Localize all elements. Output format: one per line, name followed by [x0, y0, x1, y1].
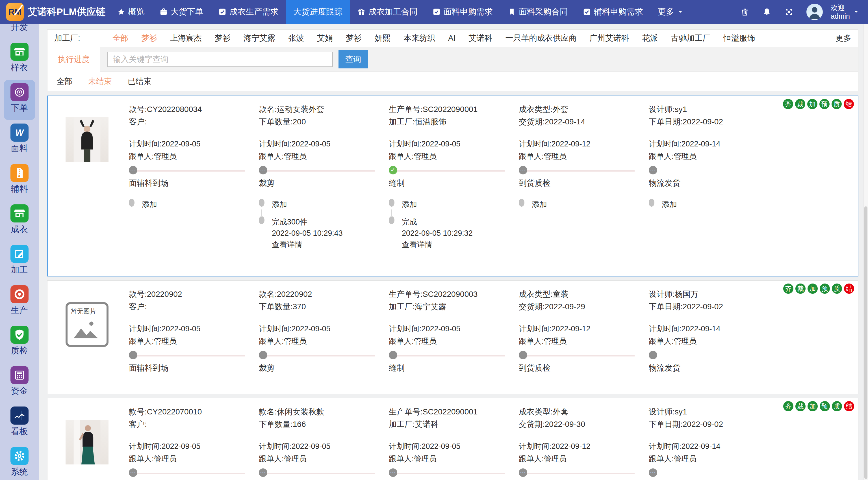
add-record-link[interactable]: 添加: [532, 199, 547, 210]
tab-execution-progress[interactable]: 执行进度: [48, 47, 100, 72]
card-field-top: 设计师:sy1: [649, 103, 779, 116]
stage-pending-icon: ···: [129, 469, 137, 477]
stage-owner: 跟单人:管理员: [519, 150, 634, 162]
status-badge: 预: [820, 283, 830, 294]
search-bar: 执行进度 查询: [47, 47, 858, 72]
bell-button[interactable]: [762, 7, 771, 17]
view-detail-link[interactable]: 查看详情: [272, 239, 343, 250]
caret-down-icon: [677, 8, 684, 15]
sidebar-item-2[interactable]: 样衣: [4, 39, 35, 80]
card-field-top: 成衣类型:童装: [519, 288, 649, 300]
user-menu[interactable]: 欢迎admin: [831, 3, 860, 20]
stage-plan-time: 计划时间:2022-09-05: [259, 440, 375, 453]
scrollbar-thumb[interactable]: [864, 206, 867, 479]
add-record-link[interactable]: 添加: [402, 199, 417, 210]
sidebar-item-1[interactable]: 开发: [4, 24, 35, 39]
factory-option-6[interactable]: 张波: [288, 33, 304, 43]
sidebar-item-12[interactable]: 系统: [4, 444, 35, 480]
product-photo: [66, 420, 108, 464]
sidebar-item-10[interactable]: 资金: [4, 363, 35, 403]
stage-owner: 跟单人:管理员: [259, 453, 375, 465]
stage-2: 计划时间:2022-09-05跟单人:管理员···裁剪添加完成300件2022-…: [259, 138, 389, 257]
card-field-top: 款名:运动女装外套: [259, 103, 389, 116]
gift-icon: [357, 8, 366, 16]
vertical-scrollbar[interactable]: [864, 24, 868, 480]
factory-option-3[interactable]: 上海宸杰: [170, 33, 202, 43]
pen-icon: [10, 245, 29, 263]
stage-track: ···: [519, 469, 634, 478]
stage-owner: 跟单人:管理员: [389, 453, 505, 465]
factory-option-7[interactable]: 艾娟: [317, 33, 333, 43]
factory-option-11[interactable]: AI: [448, 34, 456, 43]
factory-option-16[interactable]: 古驰加工厂: [671, 33, 710, 43]
add-record-link[interactable]: 添加: [142, 199, 157, 210]
nav-item-5[interactable]: 成衣加工合同: [350, 0, 425, 24]
sidebar-item-9[interactable]: 质检: [4, 322, 35, 363]
welcome-line1: 欢迎: [831, 3, 850, 12]
factory-option-15[interactable]: 花派: [642, 33, 658, 43]
sidebar-item-4[interactable]: W面料: [4, 120, 35, 160]
sidebar-item-5[interactable]: 辅料: [4, 160, 35, 201]
factory-option-17[interactable]: 恒溢服饰: [723, 33, 755, 43]
product-photo: [66, 117, 108, 162]
stage-list: 计划时间:2022-09-05跟单人:管理员···面辅料到场添加计划时间:202…: [129, 138, 852, 257]
factory-option-1[interactable]: 全部: [113, 33, 128, 43]
nav-item-1[interactable]: 概览: [110, 0, 152, 24]
user-avatar[interactable]: [806, 4, 823, 20]
keyword-search-input[interactable]: [107, 52, 333, 67]
stage-name: 到货质检: [519, 178, 634, 188]
factory-option-13[interactable]: 一只羊的成衣供应商: [505, 33, 577, 43]
card-field-column: 生产单号:SC2022090001加工厂:恒溢服饰: [389, 103, 519, 128]
sidebar-item-6[interactable]: 成衣: [4, 201, 35, 241]
welcome-line2: admin: [831, 12, 850, 20]
order-card-2[interactable]: 齐裁加预质结暂无图片款号:20220902客户:款名:20220902下单数量:…: [47, 280, 858, 394]
factory-option-12[interactable]: 艾诺科: [468, 33, 492, 43]
status-tab-1[interactable]: 全部: [57, 76, 72, 87]
factory-option-4[interactable]: 梦衫: [215, 33, 230, 43]
query-button[interactable]: 查询: [339, 50, 368, 68]
factory-option-2[interactable]: 梦衫: [141, 33, 157, 43]
add-record-link[interactable]: 添加: [662, 199, 677, 210]
nav-item-4[interactable]: 大货进度跟踪: [286, 0, 350, 24]
nav-item-9[interactable]: 更多: [650, 0, 691, 24]
trash-button[interactable]: [740, 7, 749, 17]
factory-option-8[interactable]: 梦衫: [346, 33, 362, 43]
sidebar-item-8[interactable]: 生产: [4, 282, 35, 322]
status-badges: 齐裁加预质结: [783, 99, 854, 109]
order-card-3[interactable]: 齐裁加预质结款号:CY2022070010客户:款名:休闲女装秋款下单数量:16…: [47, 398, 858, 480]
status-badge: 结: [844, 283, 854, 294]
stage-sub-item: 添加: [259, 199, 375, 210]
sidebar-item-label: 加工: [11, 264, 28, 276]
stage-owner: 跟单人:管理员: [259, 335, 375, 348]
nav-item-2[interactable]: 大货下单: [152, 0, 211, 24]
status-tab-3[interactable]: 已结束: [128, 76, 151, 87]
sidebar-item-7[interactable]: 加工: [4, 241, 35, 282]
sidebar-item-label: 辅料: [11, 183, 28, 195]
card-field-column: 款号:CY2022080034客户:: [129, 103, 259, 128]
status-tab-2[interactable]: 未结束: [88, 76, 112, 87]
view-detail-link[interactable]: 查看详情: [402, 239, 473, 250]
stage-5: 计划时间:2022-09-14跟单人:管理员···物流发货: [649, 323, 779, 384]
sidebar-item-3[interactable]: 下单: [4, 80, 35, 120]
fullscreen-button[interactable]: [784, 7, 794, 17]
factory-filter-more[interactable]: 更多: [836, 33, 851, 43]
factory-option-5[interactable]: 海宁艾露: [244, 33, 275, 43]
stage-2: 计划时间:2022-09-05跟单人:管理员···裁剪: [259, 440, 389, 480]
stage-track: ✓: [389, 166, 505, 176]
add-record-link[interactable]: 添加: [272, 199, 287, 210]
sidebar-item-11[interactable]: 看板: [4, 403, 35, 444]
nav-item-7[interactable]: 面料采购合同: [500, 0, 575, 24]
stage-plan-time: 计划时间:2022-09-12: [519, 323, 634, 335]
factory-option-9[interactable]: 妍熙: [375, 33, 391, 43]
status-badges: 齐裁加预质结: [783, 283, 854, 294]
stage-plan-time: 计划时间:2022-09-05: [259, 323, 375, 335]
nav-item-6[interactable]: 面料申购需求: [425, 0, 500, 24]
nav-item-3[interactable]: 成衣生产需求: [211, 0, 286, 24]
card-field-bottom: 下单数量:200: [259, 116, 389, 128]
nav-item-label: 面料申购需求: [444, 6, 493, 18]
factory-option-14[interactable]: 广州艾诺科: [589, 33, 629, 43]
order-card-1[interactable]: 齐裁加预质结款号:CY2022080034客户:款名:运动女装外套下单数量:20…: [47, 95, 858, 276]
factory-option-10[interactable]: 本来纺织: [403, 33, 435, 43]
card-field-bottom: 交货期:2022-09-30: [519, 418, 649, 430]
nav-item-8[interactable]: 辅料申购需求: [575, 0, 650, 24]
